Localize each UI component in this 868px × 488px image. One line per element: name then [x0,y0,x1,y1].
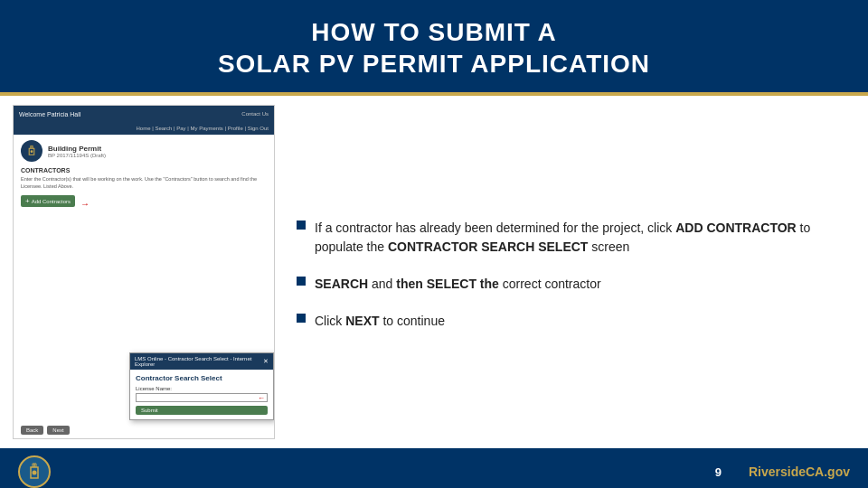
main-content: Welcome Patricia Hall Contact Us Home | … [0,96,868,448]
mock-navbar: Home | Search | Pay | My Payments | Prof… [14,122,274,135]
mock-topbar: Welcome Patricia Hall Contact Us [14,106,274,122]
bullet-icon-3 [297,314,306,323]
right-panel: If a contractor has already been determi… [288,96,868,448]
mock-add-area: Add Contractors → [21,195,267,212]
footer-right-area: 9 RiversideCA.gov [715,465,850,479]
mock-dialog-label: License Name: [136,386,268,391]
mock-section-title: CONTRACTORS [21,167,267,174]
mock-bottom-buttons: Back Next [21,426,70,435]
mock-next-button[interactable]: Next [47,426,69,435]
mock-permit-number: BP 2017/11194S (Draft) [48,153,267,158]
bullet-text-3: Click NEXT to continue [315,312,445,331]
mock-dialog-title: LMS Online - Contractor Search Select - … [135,356,263,367]
mock-description: Enter the Contractor(s) that will be wor… [21,176,267,190]
footer-website: RiversideCA.gov [749,465,850,479]
mock-red-arrow-1: → [80,199,90,209]
mock-content-area: Building Permit BP 2017/11194S (Draft) C… [14,135,274,438]
mock-dialog: LMS Online - Contractor Search Select - … [129,352,274,420]
svg-point-1 [33,471,37,475]
mock-add-contractors-button[interactable]: Add Contractors [21,195,75,207]
bullet-item-3: Click NEXT to continue [297,312,850,331]
mock-logo [21,140,42,162]
mock-dialog-close-button[interactable]: ✕ [263,358,269,365]
mock-dialog-titlebar: LMS Online - Contractor Search Select - … [130,353,273,370]
mock-dialog-submit-button[interactable]: Submit [136,406,268,415]
screenshot-mock: Welcome Patricia Hall Contact Us Home | … [14,106,274,438]
header: HOW TO SUBMIT A SOLAR PV PERMIT APPLICAT… [0,0,868,92]
footer-page-number: 9 [715,465,722,479]
bullet-text-1: If a contractor has already been determi… [315,219,850,257]
mock-permit-title: Building Permit [48,145,267,153]
mock-back-button[interactable]: Back [21,426,43,435]
bullet-icon-1 [297,221,306,230]
bullet-item-2: SEARCH and then SELECT the correct contr… [297,275,850,294]
page-title: HOW TO SUBMIT A SOLAR PV PERMIT APPLICAT… [18,16,850,80]
mock-dialog-body: Contractor Search Select License Name: ←… [130,370,273,419]
mock-red-arrow-2: ← [258,394,265,402]
mock-title-area: Building Permit BP 2017/11194S (Draft) [48,145,267,158]
bullet-text-2: SEARCH and then SELECT the correct contr… [315,275,601,294]
mock-welcome-text: Welcome Patricia Hall [19,111,80,117]
mock-contact-text: Contact Us [241,111,269,117]
mock-dialog-input[interactable]: ← [136,393,268,402]
mock-nav-links: Home | Search | Pay | My Payments | Prof… [136,126,269,131]
bullet-item-1: If a contractor has already been determi… [297,219,850,257]
screenshot-panel: Welcome Patricia Hall Contact Us Home | … [13,105,275,439]
footer-logo-circle [18,455,51,488]
mock-logo-area: Building Permit BP 2017/11194S (Draft) [21,140,267,162]
bullet-icon-2 [297,277,306,286]
footer: 9 RiversideCA.gov [0,448,868,488]
mock-dialog-subtitle: Contractor Search Select [136,374,268,382]
footer-logo-area [18,455,51,488]
svg-point-0 [31,150,33,153]
